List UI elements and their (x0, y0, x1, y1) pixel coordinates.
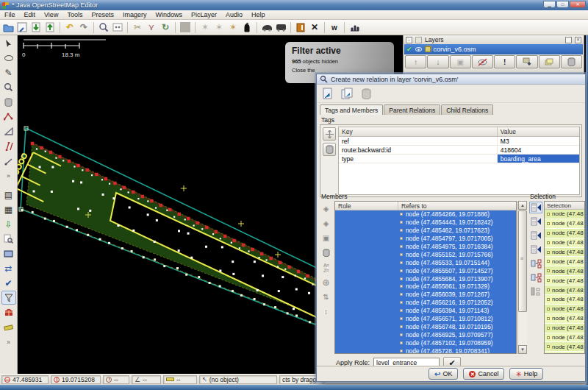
add-tag-button[interactable] (323, 127, 336, 141)
selection-row[interactable]: node (47.48 (545, 333, 584, 343)
selection-row[interactable]: node (47.48 (545, 276, 584, 286)
members-list[interactable]: node (47.4854266, 19.071886) node (47.48… (335, 210, 516, 353)
close-panel-icon[interactable]: ✕ (575, 37, 581, 43)
blank-tool-icon[interactable] (179, 21, 192, 34)
selection-row[interactable]: node (47.48 (545, 305, 584, 314)
member-row[interactable]: node (47.4854266, 19.071886) (335, 210, 516, 219)
sticky-icon[interactable] (565, 37, 572, 43)
preferences-icon[interactable] (111, 21, 124, 34)
scrollbar-thumb[interactable] (518, 210, 527, 312)
changeset-icon[interactable] (1, 305, 16, 319)
selection-row[interactable]: node (47.48 (545, 295, 584, 305)
apply-changes-icon[interactable] (320, 86, 335, 101)
menu-item[interactable]: Help (247, 11, 270, 18)
download-icon[interactable] (29, 21, 43, 34)
close-button[interactable]: ✕ (570, 1, 586, 8)
conflict-panel-icon[interactable]: ⇄ (1, 261, 16, 275)
tab-tags-and-members[interactable]: Tags and Members (320, 104, 383, 115)
member-row[interactable]: node (47.4857102, 19.0708959) (335, 338, 516, 347)
parallel-way-tool-icon[interactable] (1, 139, 16, 153)
tag-row[interactable]: type boarding_area (339, 155, 579, 163)
members-table[interactable]: Role Refers to node (47.4854266, 19.0718… (334, 201, 517, 354)
validator-panel-icon[interactable]: ✔ (1, 276, 16, 290)
tags-table[interactable]: Key Value ref M3 route:backward:id 41860… (338, 127, 580, 195)
menu-item[interactable]: Imagery (118, 11, 151, 18)
tag-row[interactable]: route:backward:id 418604 (339, 146, 579, 155)
member-row[interactable]: node (47.4855152, 19.0715766) (335, 250, 516, 258)
member-row[interactable]: node (47.485533, 19.0715144) (335, 258, 516, 266)
member-row[interactable]: node (47.485462, 19.0717623) (335, 227, 516, 235)
members-scrollbar[interactable]: ▲ ▼ (517, 201, 527, 354)
menu-item[interactable]: PicLayer (187, 11, 221, 18)
layer-visibility-button[interactable] (472, 55, 493, 68)
selection-list[interactable]: node (47.48 node (47.48 node (47.48 (545, 210, 584, 354)
refresh-icon[interactable]: ↻ (159, 21, 172, 34)
cancel-button[interactable]: ✕Cancel (463, 368, 504, 380)
more-panels-icon[interactable]: » (1, 335, 16, 349)
combine-way-icon[interactable]: ⋎ (145, 21, 158, 34)
minimize-button[interactable]: ▁ (543, 1, 556, 8)
delete-tool-icon[interactable] (1, 95, 16, 109)
more-tools-icon[interactable]: » (1, 169, 16, 182)
member-row[interactable]: node (47.4856216, 19.0712052) (335, 299, 516, 307)
undo-icon[interactable]: ↶ (63, 21, 76, 34)
reverse-way-icon[interactable]: ↕ (320, 305, 333, 318)
zoom-tool-icon[interactable] (1, 80, 16, 94)
menu-item[interactable]: Windows (151, 11, 187, 18)
tag-row[interactable]: ref M3 (339, 137, 579, 146)
maximize-button[interactable]: □ (556, 1, 569, 8)
selection-table[interactable]: Selection node (47.48 node (47.48 (544, 201, 585, 354)
add-selection-above-icon[interactable] (529, 216, 542, 227)
dialog-title-bar[interactable]: Create new relation in layer 'corvin_v6.… (317, 74, 585, 85)
layer-duplicate-button[interactable] (539, 55, 560, 68)
add-selection-bottom-icon[interactable] (529, 244, 542, 255)
exit-icon[interactable] (294, 21, 307, 34)
select-members-icon[interactable] (529, 258, 542, 269)
tags-panel-icon[interactable]: ⇩ (1, 217, 16, 231)
add-selection-below-icon[interactable] (529, 230, 542, 241)
selection-row[interactable]: node (47.48 (545, 219, 584, 229)
member-row[interactable]: node (47.4856925, 19.0709577) (335, 330, 516, 338)
selection-row[interactable]: node (47.48 (545, 352, 584, 354)
member-row[interactable]: node (47.4854797, 19.0717005) (335, 235, 516, 243)
selection-row[interactable]: node (47.48 (545, 324, 584, 333)
split-way-icon[interactable]: ✂ (131, 21, 144, 34)
reverse-order-icon[interactable]: ⇅ (320, 291, 333, 303)
layer-activate-button[interactable]: ▣ (450, 55, 471, 68)
layer-visible-icon[interactable] (415, 47, 422, 52)
layer-merge-button[interactable] (516, 55, 537, 68)
chart-icon[interactable] (348, 21, 361, 34)
member-row[interactable]: node (47.485728, 19.0708341) (335, 347, 516, 353)
member-row[interactable]: node (47.4855684, 19.0713907) (335, 274, 516, 283)
draw-node-tool-icon[interactable]: ✎ (1, 65, 16, 79)
sort-members-icon[interactable]: A≡Z≡ (320, 261, 333, 274)
select-tool-icon[interactable] (1, 36, 16, 50)
measure-icon[interactable] (1, 320, 16, 334)
selection-row[interactable]: node (47.48 (545, 248, 584, 258)
download-members-icon[interactable]: ⊕ (320, 276, 333, 288)
selection-row[interactable]: node (47.48 (545, 257, 584, 266)
follow-line-tool-icon[interactable] (1, 154, 16, 168)
layer-down-button[interactable]: ↓ (427, 55, 448, 68)
ok-button[interactable]: ↩OK (429, 368, 458, 380)
bus-icon[interactable] (274, 21, 287, 34)
selection-row[interactable]: node (47.48 (545, 229, 584, 238)
selection-row[interactable]: node (47.48 (545, 266, 584, 276)
menu-item[interactable]: Tools (62, 11, 87, 18)
filter-panel-icon[interactable] (1, 291, 16, 305)
extrude-tool-icon[interactable] (1, 124, 16, 138)
deselect-members-icon[interactable] (529, 272, 542, 283)
layer-opacity-button[interactable]: ! (494, 55, 515, 68)
selection-panel-icon[interactable] (1, 232, 16, 246)
member-row[interactable]: node (47.4856748, 19.0710195) (335, 322, 516, 330)
member-row[interactable]: node (47.4856039, 19.071267) (335, 291, 516, 299)
menu-item[interactable]: File (0, 11, 20, 18)
scroll-down-icon[interactable]: ▼ (518, 345, 527, 354)
member-row[interactable]: node (47.4854975, 19.0716384) (335, 243, 516, 251)
wireframe-icon[interactable]: w (328, 21, 341, 34)
member-row[interactable]: node (47.4854443, 19.0718242) (335, 219, 516, 227)
member-row[interactable]: node (47.4856571, 19.0710812) (335, 315, 516, 323)
menu-item[interactable]: View (40, 11, 62, 18)
scroll-up-icon[interactable]: ▲ (518, 201, 527, 210)
selection-row[interactable]: node (47.48 (545, 342, 584, 352)
